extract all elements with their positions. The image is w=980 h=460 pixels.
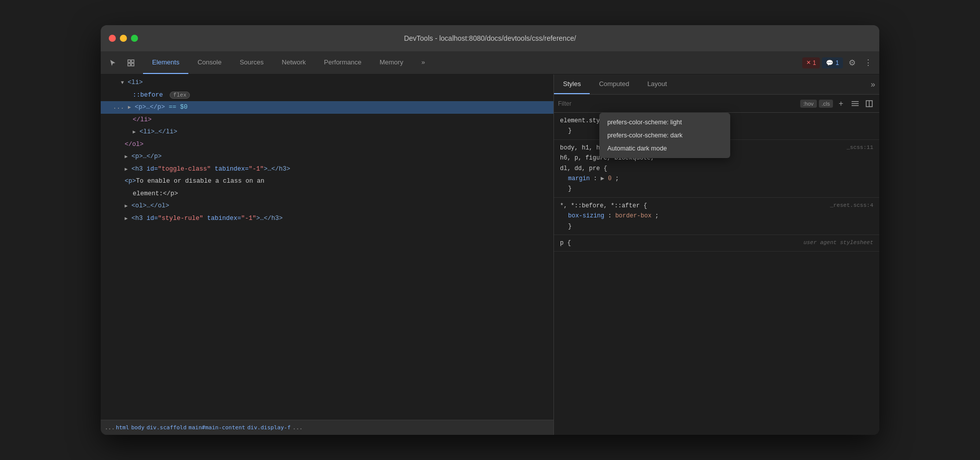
dropdown-item-light[interactable]: prefers-color-scheme: light [599, 116, 730, 129]
styles-tabs: Styles Computed Layout » [554, 74, 879, 95]
error-icon: ✕ [806, 59, 811, 66]
breadcrumb-main[interactable]: main#main-content [188, 424, 245, 431]
dom-row-li-open[interactable]: ▼ <li> [101, 76, 553, 89]
toggle-sidebar-button[interactable] [849, 98, 861, 110]
svg-rect-1 [131, 60, 134, 62]
tab-console[interactable]: Console [188, 51, 231, 74]
minimize-button[interactable] [120, 35, 127, 42]
dom-row-li-close[interactable]: </li> [101, 114, 553, 126]
filter-input[interactable] [558, 100, 796, 107]
svg-rect-2 [128, 63, 130, 66]
breadcrumb-div-scaffold[interactable]: div.scaffold [147, 424, 186, 431]
breadcrumb-ellipsis-right[interactable]: ... [293, 424, 303, 431]
breadcrumb-body[interactable]: body [131, 424, 145, 431]
toolbar-right: ✕ 1 💬 1 ⚙ ⋮ [798, 51, 879, 74]
tab-memory[interactable]: Memory [371, 51, 412, 74]
svg-rect-4 [852, 101, 859, 102]
close-button[interactable] [109, 35, 116, 42]
tab-layout[interactable]: Layout [638, 74, 676, 94]
dom-row-h3-style-rule[interactable]: ▶ <h3 id="style-rule" tabindex="-1">…</h… [101, 212, 553, 225]
maximize-button[interactable] [131, 35, 138, 42]
window-title: DevTools - localhost:8080/docs/devtools/… [404, 34, 576, 42]
dom-row-p-text1[interactable]: <p>To enable or disable a class on an [101, 175, 553, 188]
styles-panel: Styles Computed Layout » :hov [554, 74, 879, 435]
info-badge-button[interactable]: 💬 1 [822, 57, 843, 68]
gear-icon-btn[interactable]: ⚙ [845, 56, 859, 70]
dropdown-item-dark[interactable]: prefers-color-scheme: dark [599, 129, 730, 142]
breadcrumb: ... html body div.scaffold main#main-con… [101, 420, 553, 435]
dropdown-item-auto[interactable]: Automatic dark mode [599, 142, 730, 155]
dom-row-p-selected[interactable]: ... ▶ <p>…</p> == $0 [101, 101, 553, 114]
svg-rect-6 [852, 105, 859, 106]
dom-row-ol-close[interactable]: </ol> [101, 138, 553, 151]
view-toggle-button[interactable] [863, 98, 875, 110]
style-selector-p[interactable]: user agent stylesheet p { [560, 238, 873, 248]
tab-computed[interactable]: Computed [590, 74, 638, 94]
svg-rect-5 [852, 103, 859, 104]
filter-bar: :hov .cls + [554, 95, 879, 113]
inspect-icon-btn[interactable] [123, 55, 139, 71]
svg-rect-3 [131, 63, 134, 66]
style-selector-universal[interactable]: _reset.scss:4 *, *::before, *::after { [560, 201, 873, 211]
dom-row-p[interactable]: ▶ <p>…</p> [101, 150, 553, 163]
breadcrumb-ellipsis-left[interactable]: ... [105, 424, 115, 431]
dom-row-h3-toggle[interactable]: ▶ <h3 id="toggle-class" tabindex="-1">…<… [101, 163, 553, 176]
cursor-icon-btn[interactable] [105, 55, 121, 71]
breadcrumb-html[interactable]: html [116, 424, 129, 431]
more-options-icon-btn[interactable]: ⋮ [861, 56, 875, 70]
tab-more[interactable]: » [412, 51, 434, 74]
tab-performance[interactable]: Performance [315, 51, 370, 74]
svg-rect-0 [128, 60, 130, 62]
style-block-p: user agent stylesheet p { [554, 235, 879, 252]
main-content: ▼ <li> ::before flex ... ▶ <p>…</p> == $… [101, 74, 879, 435]
color-scheme-dropdown: prefers-color-scheme: light prefers-colo… [599, 113, 730, 158]
devtools-window: DevTools - localhost:8080/docs/devtools/… [101, 25, 879, 435]
title-bar: DevTools - localhost:8080/docs/devtools/… [101, 25, 879, 51]
tab-styles[interactable]: Styles [554, 74, 590, 94]
tab-elements[interactable]: Elements [143, 51, 188, 74]
breadcrumb-div-display[interactable]: div.display-f [247, 424, 291, 431]
dom-row-before[interactable]: ::before flex [101, 89, 553, 102]
hov-button[interactable]: :hov [800, 100, 817, 108]
dom-row-p-text2[interactable]: element:</p> [101, 188, 553, 200]
cls-button[interactable]: .cls [819, 100, 833, 108]
main-tabs: Elements Console Sources Network Perform… [143, 51, 434, 74]
main-toolbar: Elements Console Sources Network Perform… [101, 51, 879, 74]
tab-network[interactable]: Network [273, 51, 315, 74]
style-selector-body-3: dl, dd, pre { [560, 164, 873, 174]
tab-sources[interactable]: Sources [231, 51, 273, 74]
styles-content[interactable]: element.sty } _scss:11 body, h1, h2, h6,… [554, 113, 879, 435]
toolbar-left [101, 51, 143, 74]
dom-row-ol-collapsed[interactable]: ▶ <ol>…</ol> [101, 200, 553, 212]
styles-tabs-more[interactable]: » [867, 74, 879, 94]
style-block-universal: _reset.scss:4 *, *::before, *::after { b… [554, 198, 879, 235]
error-badge-button[interactable]: ✕ 1 [802, 57, 820, 68]
add-style-button[interactable]: + [835, 98, 847, 110]
filter-buttons: :hov .cls + [800, 98, 875, 110]
message-icon: 💬 [826, 59, 833, 66]
dom-panel: ▼ <li> ::before flex ... ▶ <p>…</p> == $… [101, 74, 554, 435]
dom-row-li-collapsed[interactable]: ▶ <li>…</li> [101, 126, 553, 138]
dom-content[interactable]: ▼ <li> ::before flex ... ▶ <p>…</p> == $… [101, 74, 553, 420]
traffic-lights [109, 35, 138, 42]
